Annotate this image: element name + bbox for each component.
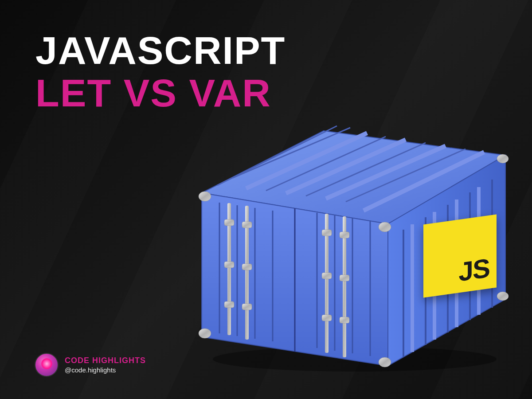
js-logo-text: JS <box>459 253 489 288</box>
js-logo-badge: JS <box>423 214 497 297</box>
svg-point-22 <box>497 292 509 301</box>
brand-handle: @code.highlights <box>65 366 146 374</box>
svg-rect-13 <box>322 315 332 321</box>
svg-rect-12 <box>322 273 332 279</box>
svg-rect-15 <box>340 275 349 281</box>
brand-avatar <box>35 353 59 377</box>
svg-rect-8 <box>242 222 252 228</box>
attribution-block: CODE HIGHLIGHTS @code.highlights <box>35 353 146 377</box>
svg-point-21 <box>497 154 509 163</box>
svg-rect-6 <box>224 262 234 268</box>
brand-text: CODE HIGHLIGHTS @code.highlights <box>65 356 146 374</box>
svg-rect-9 <box>242 264 252 270</box>
svg-rect-14 <box>340 232 349 238</box>
svg-point-17 <box>199 192 211 201</box>
svg-rect-10 <box>242 304 252 310</box>
svg-point-18 <box>199 329 211 338</box>
svg-point-20 <box>379 357 391 367</box>
brand-name: CODE HIGHLIGHTS <box>65 356 146 365</box>
svg-rect-7 <box>224 301 234 308</box>
svg-rect-11 <box>322 230 332 236</box>
title-line-2: LET VS VAR <box>35 74 286 113</box>
title-line-1: JAVASCRIPT <box>35 31 286 70</box>
svg-rect-16 <box>340 317 349 323</box>
main-heading: JAVASCRIPT LET VS VAR <box>35 31 286 113</box>
svg-rect-5 <box>224 219 234 226</box>
svg-point-19 <box>379 222 391 232</box>
